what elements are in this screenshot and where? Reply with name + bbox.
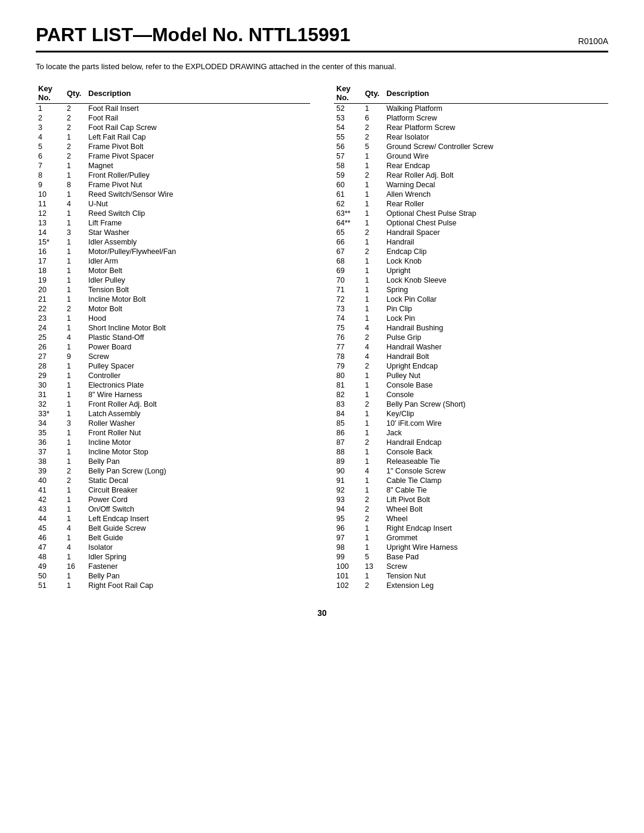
part-qty: 1 — [64, 390, 86, 400]
table-row: 86 1 Jack — [334, 428, 608, 438]
part-key: 86 — [334, 428, 363, 438]
part-key: 28 — [36, 361, 64, 371]
table-row: 38 1 Belly Pan — [36, 457, 310, 466]
table-row: 66 1 Handrail — [334, 237, 608, 247]
part-desc: Warning Decal — [384, 180, 608, 190]
part-key: 1 — [36, 104, 64, 114]
part-desc: Upright Endcap — [384, 361, 608, 371]
part-key: 24 — [36, 323, 64, 333]
table-row: 6 2 Frame Pivot Spacer — [36, 151, 310, 161]
part-key: 44 — [36, 514, 64, 524]
table-row: 47 4 Isolator — [36, 543, 310, 552]
table-row: 70 1 Lock Knob Sleeve — [334, 275, 608, 285]
part-desc: Handrail Bushing — [384, 323, 608, 333]
part-key: 79 — [334, 361, 363, 371]
table-row: 28 1 Pulley Spacer — [36, 361, 310, 371]
table-row: 59 2 Rear Roller Adj. Bolt — [334, 171, 608, 180]
part-desc: 1" Console Screw — [384, 466, 608, 476]
table-row: 5 2 Frame Pivot Bolt — [36, 142, 310, 151]
part-key: 10 — [36, 190, 64, 199]
table-row: 98 1 Upright Wire Harness — [334, 543, 608, 552]
model-code: R0100A — [578, 36, 608, 46]
table-row: 18 1 Motor Belt — [36, 266, 310, 275]
part-key: 38 — [36, 457, 64, 466]
table-row: 84 1 Key/Clip — [334, 409, 608, 419]
table-row: 67 2 Endcap Clip — [334, 247, 608, 256]
part-qty: 1 — [64, 237, 86, 247]
table-row: 23 1 Hood — [36, 314, 310, 323]
table-row: 57 1 Ground Wire — [334, 151, 608, 161]
part-qty: 1 — [64, 285, 86, 295]
table-row: 79 2 Upright Endcap — [334, 361, 608, 371]
part-desc: Reed Switch Clip — [86, 209, 310, 218]
part-key: 25 — [36, 333, 64, 342]
part-qty: 2 — [363, 171, 384, 180]
part-desc: Lock Pin Collar — [384, 295, 608, 304]
table-row: 41 1 Circuit Breaker — [36, 485, 310, 495]
part-key: 11 — [36, 199, 64, 209]
table-row: 74 1 Lock Pin — [334, 314, 608, 323]
part-key: 7 — [36, 161, 64, 171]
table-row: 49 16 Fastener — [36, 562, 310, 571]
part-desc: Power Cord — [86, 495, 310, 504]
part-desc: Magnet — [86, 161, 310, 171]
table-row: 68 1 Lock Knob — [334, 256, 608, 266]
part-desc: Jack — [384, 428, 608, 438]
part-key: 3 — [36, 123, 64, 132]
part-key: 4 — [36, 132, 64, 142]
part-key: 101 — [334, 571, 363, 581]
table-row: 27 9 Screw — [36, 352, 310, 361]
part-desc: Walking Platform — [384, 104, 608, 114]
part-key: 93 — [334, 495, 363, 504]
part-desc: Platform Screw — [384, 113, 608, 123]
part-qty: 1 — [363, 533, 384, 543]
part-desc: Incline Motor Bolt — [86, 295, 310, 304]
table-row: 77 4 Handrail Washer — [334, 342, 608, 352]
part-qty: 2 — [64, 304, 86, 314]
part-qty: 2 — [363, 438, 384, 447]
page-footer: 30 — [36, 608, 608, 618]
part-qty: 4 — [363, 342, 384, 352]
part-key: 15* — [36, 237, 64, 247]
part-key: 5 — [36, 142, 64, 151]
right-header-keyno: Key No. — [334, 83, 363, 104]
part-qty: 1 — [363, 390, 384, 400]
table-row: 95 2 Wheel — [334, 514, 608, 524]
part-desc: Belly Pan Screw (Long) — [86, 466, 310, 476]
table-row: 34 3 Roller Washer — [36, 419, 310, 428]
part-qty: 1 — [64, 209, 86, 218]
part-qty: 1 — [363, 275, 384, 285]
part-key: 82 — [334, 390, 363, 400]
part-desc: Short Incline Motor Bolt — [86, 323, 310, 333]
left-header-qty: Qty. — [64, 83, 86, 104]
part-qty: 1 — [363, 218, 384, 228]
part-desc: Handrail Spacer — [384, 228, 608, 237]
part-qty: 1 — [64, 409, 86, 419]
table-row: 53 6 Platform Screw — [334, 113, 608, 123]
part-qty: 1 — [363, 190, 384, 199]
table-row: 96 1 Right Endcap Insert — [334, 524, 608, 533]
table-row: 52 1 Walking Platform — [334, 104, 608, 114]
right-header-desc: Description — [384, 83, 608, 104]
part-desc: Cable Tie Clamp — [384, 476, 608, 485]
table-row: 26 1 Power Board — [36, 342, 310, 352]
left-parts-column: Key No. Qty. Description 1 2 Foot Rail I… — [36, 83, 328, 590]
part-desc: Pin Clip — [384, 304, 608, 314]
part-key: 39 — [36, 466, 64, 476]
part-qty: 9 — [64, 352, 86, 361]
part-key: 95 — [334, 514, 363, 524]
part-key: 34 — [36, 419, 64, 428]
part-desc: 8" Wire Harness — [86, 390, 310, 400]
part-key: 26 — [36, 342, 64, 352]
part-key: 19 — [36, 275, 64, 285]
part-qty: 1 — [64, 533, 86, 543]
part-key: 35 — [36, 428, 64, 438]
part-desc: Reed Switch/Sensor Wire — [86, 190, 310, 199]
part-key: 92 — [334, 485, 363, 495]
table-row: 69 1 Upright — [334, 266, 608, 275]
part-desc: Fastener — [86, 562, 310, 571]
part-desc: Belly Pan Screw (Short) — [384, 400, 608, 409]
part-key: 22 — [36, 304, 64, 314]
part-qty: 1 — [64, 447, 86, 457]
part-qty: 1 — [64, 457, 86, 466]
